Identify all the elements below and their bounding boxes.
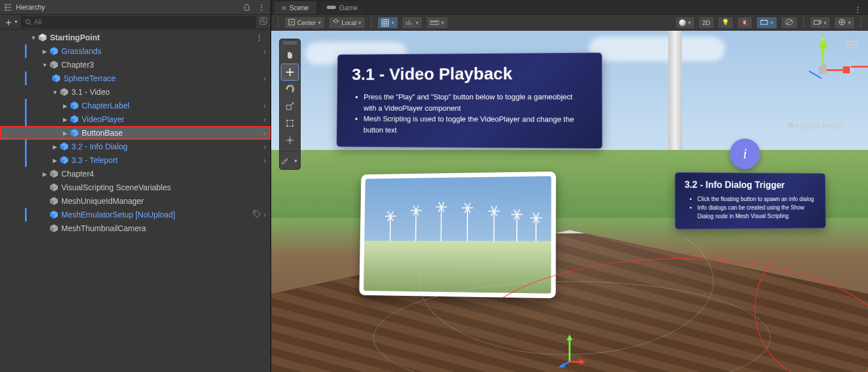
svg-marker-67 [580,359,585,365]
custom-tools-dropdown[interactable]: ▾ [290,154,301,167]
move-tool[interactable] [281,64,298,80]
hierarchy-header: Hierarchy ⋮ [0,0,271,15]
prefab-icon [49,210,59,220]
open-prefab-icon[interactable]: › [263,74,266,83]
panel-menu-icon[interactable]: ⋮ [256,2,267,12]
gameobject-icon [49,223,59,233]
axis-label-y: y [821,35,824,55]
hierarchy-item-chapterlabel[interactable]: ▶ ChapterLabel › [0,99,271,112]
hierarchy-item-videoplayer[interactable]: ▶ VideoPlayer › [0,112,271,126]
tab-game[interactable]: Game [318,1,366,14]
overlay-menu-icon[interactable] [846,41,858,48]
search-input[interactable] [34,18,252,26]
panel-title: 3.2 - Info Dialog Trigger [685,179,816,190]
prefab-icon [59,141,69,152]
scale-tool[interactable] [281,98,298,114]
item-label: 3.1 - Video [71,87,109,97]
transform-gizmo[interactable] [553,333,587,367]
gameobject-icon [59,87,69,97]
svg-point-2 [262,19,264,22]
grid-snap-button[interactable]: ▾ [377,16,398,29]
palette-grip[interactable] [283,41,297,45]
foldout-icon[interactable]: ▼ [51,89,59,95]
projection-label[interactable]: �equalsPersp [787,122,842,130]
tag-icon [253,210,261,220]
rect-tool[interactable] [281,115,298,131]
open-prefab-icon[interactable]: › [263,47,266,56]
svg-rect-49 [327,6,336,9]
2d-toggle-button[interactable]: 2D [698,16,714,29]
foldout-icon[interactable]: ▶ [41,171,49,177]
visibility-toggle-button[interactable] [781,16,798,29]
fx-toggle-button[interactable]: ▾ [756,16,777,29]
panel-bullet: Press the "Play" and "Stop" button below… [364,91,587,114]
search-type-button[interactable] [259,17,267,27]
item-label: Chapter4 [61,169,94,178]
world-panel-31: 3.1 - Video Playback Press the "Play" an… [336,53,602,149]
hierarchy-item-31-video[interactable]: ▼ 3.1 - Video [0,85,271,99]
orientation-gizmo[interactable]: y x [800,47,845,92]
hierarchy-item-meshemulator[interactable]: MeshEmulatorSetup [NoUpload] › [0,208,271,221]
shading-mode-button[interactable]: ▾ [675,16,695,29]
transform-tool[interactable] [281,132,298,148]
panel-menu-icon[interactable]: ⋮ [851,5,865,14]
scene-viewport[interactable]: ▾ 3.1 - Video Playback Press the "Play" … [271,31,868,372]
hierarchy-item-chapter3[interactable]: ▼ Chapter3 [0,58,271,72]
unity-logo-icon [37,32,48,43]
hand-tool[interactable] [281,47,298,63]
hierarchy-item-grasslands[interactable]: ▶ Grasslands › [0,44,271,58]
foldout-icon[interactable]: ▶ [61,116,69,123]
item-label: MeshUniqueIdManager [61,197,144,206]
pivot-mode-button[interactable]: Center▾ [284,16,325,29]
svg-marker-65 [567,335,572,340]
hierarchy-item-buttonbase[interactable]: ▶ ButtonBase › [0,126,271,140]
hierarchy-item-sphereterrace[interactable]: SphereTerrace › [0,72,271,85]
camera-button[interactable]: ▾ [810,16,831,29]
lighting-toggle-button[interactable]: 💡 [718,16,734,29]
open-prefab-icon[interactable]: › [263,142,266,151]
foldout-icon[interactable]: ▼ [30,35,37,41]
item-label: MeshThumbnailCamera [61,224,146,233]
hierarchy-item-32-infodialog[interactable]: ▶ 3.2 - Info Dialog › [0,140,271,153]
open-prefab-icon[interactable]: › [263,101,266,110]
foldout-icon[interactable]: ▶ [61,103,69,109]
ruler-button[interactable]: ▾ [426,16,448,29]
item-label: MeshEmulatorSetup [NoUpload] [61,210,175,219]
lock-icon[interactable] [241,2,252,12]
info-button[interactable]: i [730,139,760,169]
hierarchy-item-meshthumbnail[interactable]: MeshThumbnailCamera [0,221,271,235]
hierarchy-item-33-teleport[interactable]: ▶ 3.3 - Teleport › [0,153,271,167]
foldout-icon[interactable]: ▼ [41,62,49,68]
create-button[interactable]: ＋▾ [3,17,18,27]
hierarchy-search[interactable] [21,16,256,28]
foldout-icon[interactable]: ▶ [51,157,59,164]
open-prefab-icon[interactable]: › [263,128,266,137]
open-prefab-icon[interactable]: › [263,210,266,219]
snap-increment-button[interactable]: ▾ [402,16,423,29]
foldout-icon[interactable]: ▶ [61,130,69,136]
gizmo-icon [838,18,846,27]
custom-tools-button[interactable] [279,154,289,167]
prefab-icon [69,101,79,111]
rotate-tool[interactable] [281,81,298,97]
gameobject-icon [49,182,59,193]
tab-scene[interactable]: ⌗ Scene [273,1,317,14]
svg-marker-52 [333,19,339,23]
scene-menu-icon[interactable]: ⋮ [252,33,266,42]
open-prefab-icon[interactable]: › [263,156,266,165]
prefab-icon [69,114,79,124]
foldout-icon[interactable]: ▶ [51,144,59,150]
hierarchy-item-visualscripting[interactable]: VisualScripting SceneVariables [0,181,271,194]
scene-row[interactable]: ▼ StartingPoint ⋮ [0,31,271,44]
audio-toggle-button[interactable]: 🔇 [737,16,753,29]
item-label: VisualScripting SceneVariables [61,183,171,192]
space-mode-button[interactable]: Local▾ [328,16,365,29]
gizmos-button[interactable]: ▾ [834,16,855,29]
back-arrow-icon: �equals [787,122,820,130]
foldout-icon[interactable]: ▶ [41,48,49,55]
hierarchy-item-chapter4[interactable]: ▶ Chapter4 [0,167,271,181]
hierarchy-item-meshuniqueid[interactable]: MeshUniqueIdManager [0,194,271,208]
open-prefab-icon[interactable]: › [263,115,266,124]
ruler-icon [430,20,439,26]
prefab-icon [51,73,61,83]
